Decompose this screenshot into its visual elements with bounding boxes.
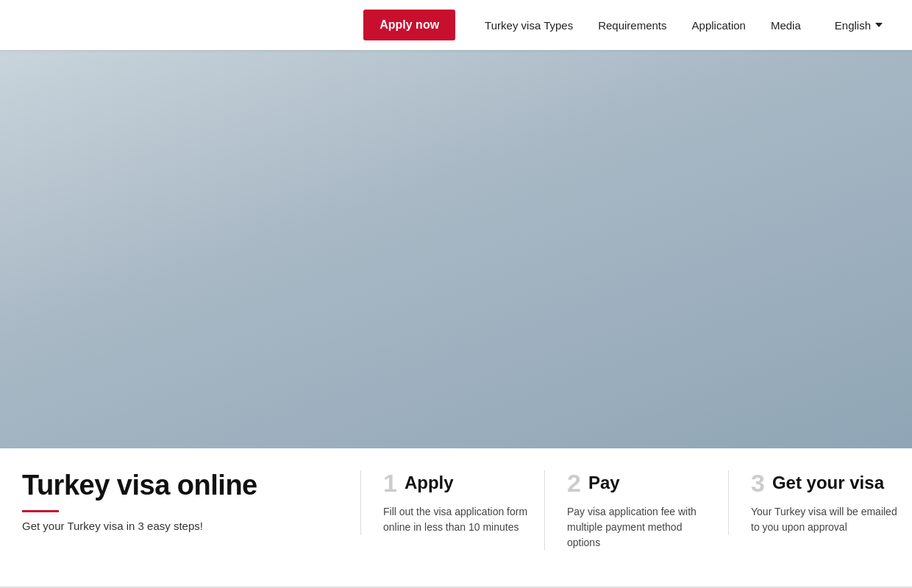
language-label: English (835, 19, 871, 32)
nav-link-turkey-visa-types[interactable]: Turkey visa Types (474, 13, 583, 37)
step-3-header: 3 Get your visa (751, 470, 897, 495)
steps-row: 1 Apply Fill out the visa application fo… (360, 470, 912, 551)
language-selector[interactable]: English (827, 13, 890, 37)
step-3-description: Your Turkey visa will be emailed to you … (751, 504, 897, 535)
nav-link-application[interactable]: Application (682, 13, 756, 37)
step-2-title: Pay (588, 473, 620, 493)
hero-subtitle: Get your Turkey visa in 3 easy steps! (22, 520, 346, 532)
hero-title-column: Turkey visa online Get your Turkey visa … (0, 470, 360, 532)
bottom-section: Turkey visa online Get your Turkey visa … (0, 448, 912, 588)
step-2-number: 2 (567, 470, 581, 495)
step-2-column: 2 Pay Pay visa application fee with mult… (544, 470, 728, 551)
step-2-description: Pay visa application fee with multiple p… (567, 504, 713, 551)
step-2-header: 2 Pay (567, 470, 713, 495)
step-1-description: Fill out the visa application form onlin… (383, 504, 530, 535)
main-nav: Apply now Turkey visa Types Requirements… (363, 10, 890, 40)
nav-link-requirements[interactable]: Requirements (588, 13, 677, 37)
hero-underline-decoration (22, 510, 59, 512)
step-3-title: Get your visa (772, 473, 884, 493)
apply-now-button[interactable]: Apply now (363, 10, 455, 40)
hero-title: Turkey visa online (22, 470, 346, 501)
step-3-number: 3 (751, 470, 765, 495)
site-header: Apply now Turkey visa Types Requirements… (0, 0, 912, 50)
step-1-number: 1 (383, 470, 397, 495)
chevron-down-icon (875, 23, 883, 27)
nav-link-media[interactable]: Media (760, 13, 811, 37)
hero-background-image (0, 50, 912, 456)
step-3-column: 3 Get your visa Your Turkey visa will be… (728, 470, 912, 535)
step-1-title: Apply (405, 473, 454, 493)
step-1-column: 1 Apply Fill out the visa application fo… (360, 470, 544, 535)
step-1-header: 1 Apply (383, 470, 530, 495)
